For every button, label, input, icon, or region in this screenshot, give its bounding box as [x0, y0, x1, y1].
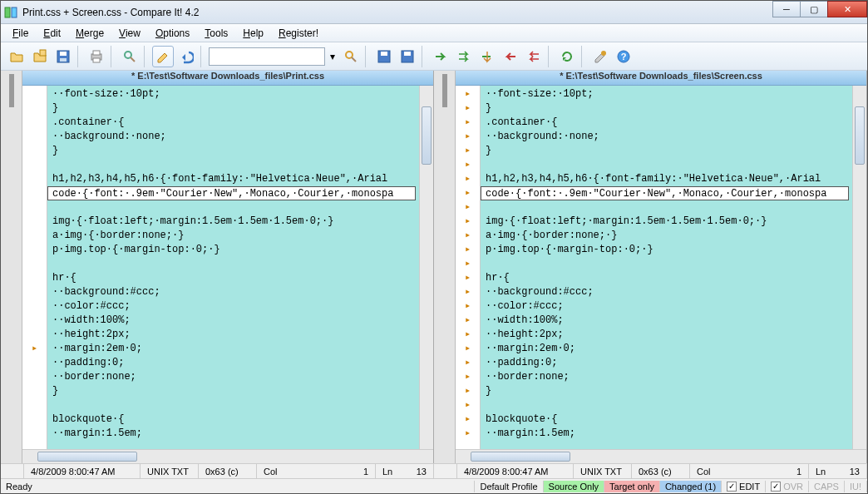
status-ready: Ready — [1, 481, 475, 492]
window-title: Print.css + Screen.css - Compare It! 4.2 — [22, 7, 199, 18]
svg-point-18 — [618, 51, 629, 62]
right-ln: 13 — [850, 467, 860, 477]
statusbar-file: 4/8/2009 8:00:47 AM UNIX TXT 0x63 (c) Co… — [1, 463, 867, 478]
svg-rect-4 — [60, 52, 67, 56]
status-profile: Default Profile — [475, 481, 543, 492]
svg-rect-8 — [93, 58, 100, 62]
svg-point-17 — [601, 51, 606, 56]
search-input[interactable] — [209, 47, 325, 66]
open2-button[interactable] — [29, 46, 51, 67]
status-target[interactable]: Target only — [604, 481, 660, 492]
right-encoding: UNIX TXT — [574, 464, 632, 478]
next-diff-button[interactable] — [476, 46, 498, 67]
menu-options[interactable]: Options — [149, 26, 196, 41]
right-pane-header: * E:\Test\Software Downloads_files\Scree… — [456, 71, 866, 86]
copy-left-all-button[interactable] — [523, 46, 545, 67]
svg-rect-13 — [378, 51, 390, 62]
menu-help[interactable]: Help — [236, 26, 270, 41]
statusbar-app: Ready Default Profile Source Only Target… — [1, 478, 867, 493]
left-gutter: ▸ — [22, 86, 47, 449]
left-pane-header: * E:\Test\Software Downloads_files\Print… — [22, 71, 433, 86]
left-ln: 13 — [417, 467, 427, 477]
left-datetime: 4/8/2009 8:00:47 AM — [24, 464, 141, 478]
right-pane: * E:\Test\Software Downloads_files\Scree… — [456, 71, 867, 463]
svg-rect-0 — [5, 7, 10, 17]
status-changed[interactable]: Changed (1) — [660, 481, 722, 492]
svg-point-11 — [346, 52, 353, 58]
status-edit[interactable]: EDIT — [722, 481, 766, 492]
menu-edit[interactable]: Edit — [37, 26, 67, 41]
status-iu: IU! — [845, 481, 867, 492]
left-pane: * E:\Test\Software Downloads_files\Print… — [22, 71, 434, 463]
menu-tools[interactable]: Tools — [198, 26, 234, 41]
left-code[interactable]: ··font-size:·10pt;}.container·{··backgro… — [47, 86, 419, 449]
status-source[interactable]: Source Only — [544, 481, 605, 492]
workspace: * E:\Test\Software Downloads_files\Print… — [1, 71, 867, 463]
menu-register[interactable]: Register! — [272, 26, 325, 41]
overview-bar-left[interactable] — [1, 71, 22, 463]
svg-rect-15 — [402, 51, 413, 62]
save-button[interactable] — [52, 46, 74, 67]
edit-button[interactable] — [152, 46, 174, 67]
titlebar: Print.css + Screen.css - Compare It! 4.2… — [1, 1, 867, 24]
left-offset: 0x63 (c) — [199, 464, 257, 478]
svg-rect-6 — [91, 54, 101, 60]
minimize-button[interactable]: ─ — [772, 1, 801, 17]
svg-rect-14 — [381, 52, 387, 56]
svg-rect-5 — [60, 58, 67, 62]
print-button[interactable] — [86, 46, 107, 67]
search-dropdown[interactable]: ▾ — [327, 51, 338, 62]
close-button[interactable]: ✕ — [827, 1, 867, 17]
status-caps: CAPS — [809, 481, 845, 492]
save-right-button[interactable] — [397, 46, 418, 67]
maximize-button[interactable]: ▢ — [800, 1, 828, 17]
left-hscroll[interactable] — [22, 450, 433, 463]
status-ovr[interactable]: OVR — [766, 481, 809, 492]
left-encoding: UNIX TXT — [141, 464, 199, 478]
open-button[interactable] — [6, 46, 27, 67]
menu-view[interactable]: View — [112, 26, 147, 41]
copy-right-all-button[interactable] — [453, 46, 475, 67]
menu-file[interactable]: File — [6, 26, 35, 41]
options-button[interactable] — [589, 46, 611, 67]
help-button[interactable]: ? — [613, 46, 634, 67]
right-code[interactable]: ··font-size:·10pt;}.container·{··backgro… — [481, 86, 852, 449]
svg-text:?: ? — [621, 52, 627, 62]
menu-merge[interactable]: Merge — [69, 26, 111, 41]
window-buttons: ─ ▢ ✕ — [773, 1, 867, 17]
svg-rect-3 — [57, 51, 69, 62]
svg-rect-1 — [12, 7, 17, 17]
copy-left-button[interactable] — [500, 46, 521, 67]
search-go-button[interactable] — [340, 46, 362, 67]
svg-rect-7 — [93, 51, 100, 55]
right-offset: 0x63 (c) — [632, 464, 690, 478]
right-vscroll[interactable] — [852, 86, 866, 449]
copy-right-button[interactable] — [430, 46, 451, 67]
app-icon — [4, 6, 17, 19]
undo-button[interactable] — [175, 46, 197, 67]
save-left-button[interactable] — [373, 46, 395, 67]
svg-rect-16 — [404, 52, 411, 56]
right-gutter: ▸▸▸▸▸▸▸▸▸▸▸▸▸▸▸▸▸▸▸▸▸▸▸▸▸ — [456, 86, 481, 449]
svg-line-12 — [352, 57, 356, 62]
find-button[interactable] — [119, 46, 141, 67]
svg-line-10 — [131, 57, 135, 62]
right-datetime: 4/8/2009 8:00:47 AM — [457, 464, 574, 478]
left-vscroll[interactable] — [419, 86, 433, 449]
svg-point-9 — [125, 52, 131, 58]
right-hscroll[interactable] — [456, 450, 866, 463]
left-col: 1 — [363, 467, 368, 477]
overview-bar-right[interactable] — [434, 71, 456, 463]
menubar: File Edit Merge View Options Tools Help … — [1, 24, 867, 42]
toolbar: ▾ ? — [1, 42, 867, 71]
refresh-button[interactable] — [556, 46, 578, 67]
right-col: 1 — [796, 467, 801, 477]
svg-rect-2 — [40, 50, 46, 56]
